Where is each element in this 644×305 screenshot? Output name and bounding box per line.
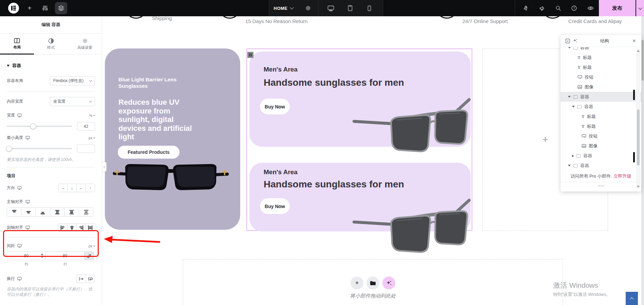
justify-space-evenly-button[interactable]	[79, 207, 93, 217]
wrap-button[interactable]	[86, 274, 95, 283]
desktop-icon[interactable]	[25, 200, 30, 204]
publish-button[interactable]: 发布	[599, 0, 636, 16]
hero-kicker-heading[interactable]: Blue Light Barrier Lens Sunglasses	[118, 76, 198, 89]
buy-now-button[interactable]: Buy Now	[260, 198, 290, 214]
tree-item-container[interactable]: 容器	[561, 151, 641, 161]
panel-collapse-button[interactable]: ‹	[102, 162, 107, 172]
help-icon[interactable]: ?	[570, 0, 579, 16]
card-title-heading[interactable]: Handsome sunglasses for men	[264, 77, 404, 88]
container-section-toggle[interactable]: 容器	[7, 63, 95, 69]
justify-start-button[interactable]	[7, 207, 21, 217]
finder-search-icon[interactable]	[554, 0, 563, 16]
scrollbar-thumb[interactable]	[642, 40, 644, 81]
publish-options-button[interactable]	[636, 0, 644, 16]
template-library-button[interactable]	[366, 277, 379, 289]
card-kicker-heading[interactable]: Men's Area	[264, 168, 298, 176]
desktop-icon[interactable]	[17, 244, 22, 248]
preview-eye-icon[interactable]	[586, 0, 595, 16]
justify-center-button[interactable]	[21, 207, 36, 217]
hero-title-heading[interactable]: Reduces blue UV exposure from sunlight, …	[118, 98, 200, 141]
desktop-icon[interactable]	[17, 114, 22, 117]
mobile-view-icon[interactable]	[365, 0, 374, 16]
justify-end-button[interactable]	[36, 207, 50, 217]
justify-space-between-button[interactable]	[50, 207, 64, 217]
caret-right-icon[interactable]	[572, 155, 574, 157]
navigator-scrollbar[interactable]	[636, 48, 640, 189]
caret-down-icon[interactable]	[568, 165, 571, 166]
tab-style[interactable]: 样式	[34, 34, 68, 54]
content-width-select[interactable]: 全宽度	[50, 97, 95, 106]
width-unit-select[interactable]: %	[89, 114, 95, 118]
scroll-down-icon[interactable]	[637, 186, 640, 188]
desktop-icon[interactable]	[17, 186, 22, 190]
gap-link-values-button[interactable]	[84, 251, 94, 260]
desktop-view-icon[interactable]	[326, 0, 335, 16]
buy-now-button[interactable]: Buy Now	[260, 99, 290, 115]
gap-unit-select[interactable]: px	[89, 244, 95, 248]
gray-sunglasses-image[interactable]	[352, 95, 473, 163]
scrollbar-thumb[interactable]	[637, 109, 640, 165]
feature-text-payment[interactable]: Credit Cards and Alipay	[568, 18, 622, 24]
direction-row-reverse-button[interactable]: ←	[76, 184, 86, 192]
caret-down-icon[interactable]	[568, 47, 571, 48]
align-stretch-button[interactable]	[86, 223, 95, 232]
featured-products-button[interactable]: Featured Products	[118, 146, 179, 159]
stepper-icon[interactable]	[41, 253, 43, 258]
upgrade-now-link[interactable]: 立即升级	[614, 173, 631, 179]
tree-item-heading[interactable]: T标题	[561, 53, 641, 62]
tree-item-container-selected[interactable]: 容器	[561, 92, 641, 102]
tab-layout[interactable]: 布局	[0, 34, 34, 54]
caret-down-icon[interactable]	[568, 96, 571, 98]
feature-text-shipping[interactable]: Shipping	[152, 16, 172, 21]
gray-sunglasses-image[interactable]	[352, 196, 473, 263]
tree-item-heading[interactable]: T标题	[561, 111, 641, 121]
add-widget-plus-icon[interactable]: +	[542, 134, 548, 145]
feature-text-support[interactable]: 24/7 Online Support	[462, 18, 508, 24]
direction-column-button[interactable]: ↓	[67, 184, 77, 192]
tree-item-heading[interactable]: T标题	[561, 121, 641, 131]
container-layout-select[interactable]: Flexbox (弹性盒)	[50, 76, 95, 85]
launch-icon[interactable]	[521, 0, 530, 16]
min-height-slider-handle[interactable]	[6, 146, 12, 151]
tree-item-container[interactable]: 容器	[561, 47, 641, 53]
card-title-heading[interactable]: Handsome sunglasses for men	[264, 179, 404, 190]
selected-container[interactable]: Men's Area Handsome sunglasses for men B…	[246, 48, 472, 231]
desktop-icon[interactable]	[25, 226, 30, 229]
gap-row-input[interactable]	[46, 252, 84, 260]
width-slider-handle[interactable]	[30, 123, 36, 129]
min-height-unit-select[interactable]: px	[89, 136, 95, 140]
feature-text-return[interactable]: 15 Days No Reason Return	[245, 18, 307, 24]
close-icon[interactable]: ✕	[630, 38, 638, 43]
empty-section[interactable]: + 将小部件拖动到此处	[183, 259, 563, 305]
gap-column-input[interactable]	[7, 252, 45, 260]
add-element-icon[interactable]: +	[25, 0, 34, 16]
elementor-logo[interactable]	[8, 0, 19, 16]
tree-item-button[interactable]: 按钮	[561, 72, 641, 82]
black-sunglasses-image[interactable]	[112, 162, 229, 193]
caret-down-icon[interactable]	[572, 106, 575, 107]
direction-column-reverse-button[interactable]: ↑	[86, 184, 95, 192]
tree-item-image[interactable]: 图像	[561, 82, 641, 92]
add-element-button[interactable]: +	[351, 277, 363, 289]
align-start-button[interactable]	[58, 223, 68, 232]
tree-item-image[interactable]: 图像	[561, 141, 641, 151]
card-kicker-heading[interactable]: Men's Area	[264, 66, 298, 73]
ai-sparkle-icon[interactable]	[571, 38, 579, 43]
tree-item-heading[interactable]: T标题	[561, 62, 641, 72]
site-settings-icon[interactable]	[41, 0, 50, 16]
tree-item-container[interactable]: 容器	[561, 161, 641, 170]
align-center-button[interactable]	[67, 223, 77, 232]
whats-new-megaphone-icon[interactable]	[538, 0, 547, 16]
page-selector[interactable]: HOME	[273, 0, 293, 16]
ai-builder-button[interactable]	[382, 277, 395, 289]
tree-item-container[interactable]: 容器	[561, 102, 641, 111]
resize-handle[interactable]	[561, 182, 641, 189]
min-height-slider[interactable]	[7, 144, 72, 153]
container-edit-handle[interactable]	[247, 52, 253, 58]
collapse-all-icon[interactable]	[564, 39, 571, 43]
min-height-input[interactable]	[77, 144, 95, 153]
scroll-up-icon[interactable]	[637, 50, 640, 52]
tree-item-button[interactable]: 按钮	[561, 131, 641, 141]
structure-panel-icon[interactable]	[55, 0, 67, 16]
width-input[interactable]	[77, 122, 95, 130]
